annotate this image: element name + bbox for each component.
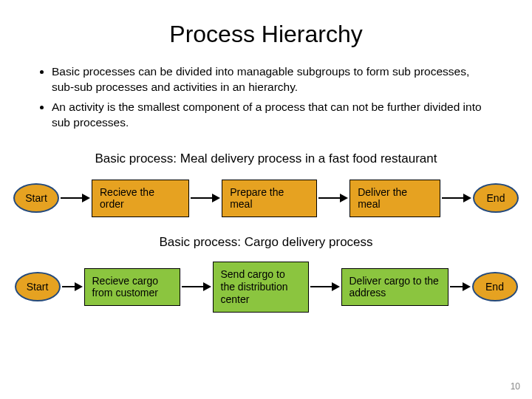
arrow-icon [62, 282, 83, 291]
flow2-step: Deliver cargo to the address [341, 268, 449, 307]
flow2-step: Recieve cargo from customer [84, 268, 180, 307]
flow1-start: Start [13, 183, 59, 213]
bullet-item: Basic processes can be divided into mana… [52, 64, 491, 95]
arrow-icon [182, 282, 211, 291]
flow2-heading: Basic process: Cargo delivery process [0, 235, 532, 250]
flow1-step: Deliver the meal [349, 180, 440, 218]
flow2-end: End [472, 272, 518, 301]
flow1-step: Prepare the meal [222, 180, 317, 218]
arrow-icon [450, 282, 471, 291]
arrow-icon [310, 282, 340, 291]
flow2-step: Send cargo to the distribution center [213, 262, 309, 312]
slide-title: Process Hierarchy [0, 21, 532, 48]
arrow-icon [318, 194, 348, 202]
flow1-step: Recieve the order [92, 180, 189, 218]
flow1: Start Recieve the order Prepare the meal… [0, 180, 532, 218]
arrow-icon [442, 194, 471, 202]
flow2: Start Recieve cargo from customer Send c… [0, 262, 532, 312]
flow1-end: End [473, 183, 519, 213]
page-number: 10 [511, 381, 520, 392]
bullet-list: Basic processes can be divided into mana… [52, 64, 491, 131]
arrow-icon [191, 194, 220, 202]
flow2-start: Start [15, 272, 61, 301]
flow1-heading: Basic process: Meal delivery process in … [0, 151, 532, 166]
bullet-item: An activity is the smallest component of… [52, 100, 491, 131]
arrow-icon [61, 194, 90, 202]
